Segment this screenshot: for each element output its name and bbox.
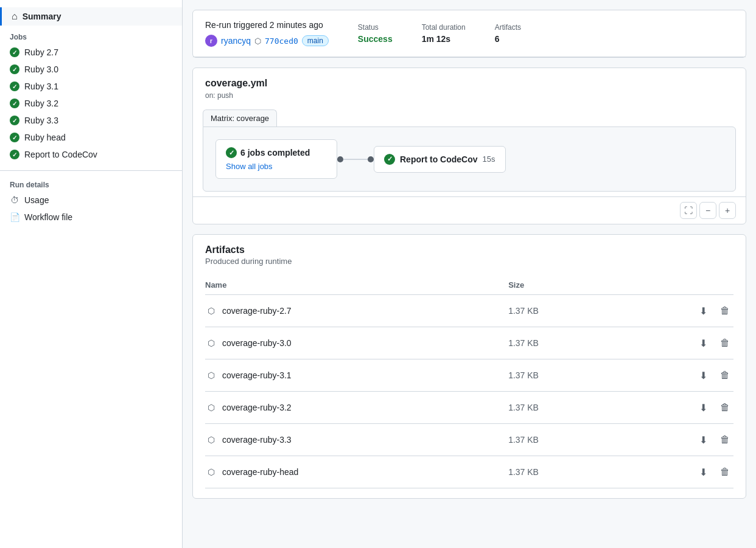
artifacts-table: Name Size ⬡ coverage-ruby-2.7 1.37 KB ⬇ … xyxy=(205,276,733,488)
run-details-section: Run details ⏱ Usage 📄 Workflow file xyxy=(0,170,182,226)
job-check-icon xyxy=(10,82,19,91)
sidebar-job-item[interactable]: Ruby 3.2 xyxy=(0,95,182,112)
job-check-icon xyxy=(10,116,19,125)
artifacts-table-body: ⬡ coverage-ruby-2.7 1.37 KB ⬇ 🗑 ⬡ covera… xyxy=(205,295,733,488)
download-button[interactable]: ⬇ xyxy=(695,335,712,352)
delete-button[interactable]: 🗑 xyxy=(716,431,733,448)
sidebar-job-item[interactable]: Ruby 3.1 xyxy=(0,78,182,95)
workflow-file-item[interactable]: 📄 Workflow file xyxy=(0,209,182,226)
zoom-in-button[interactable]: + xyxy=(719,202,736,219)
file-icon: 📄 xyxy=(10,212,19,222)
delete-button[interactable]: 🗑 xyxy=(716,399,733,416)
artifact-filename: coverage-ruby-3.3 xyxy=(222,435,292,445)
artifact-icon: ⬡ xyxy=(205,305,217,317)
download-button[interactable]: ⬇ xyxy=(695,399,712,416)
zoom-out-button[interactable]: − xyxy=(699,202,716,219)
delete-button[interactable]: 🗑 xyxy=(716,463,733,480)
diagram-controls: ⛶ − + xyxy=(193,196,746,224)
delete-button[interactable]: 🗑 xyxy=(716,302,733,319)
sidebar-job-item[interactable]: Report to CodeCov xyxy=(0,146,182,163)
col-name-header: Name xyxy=(205,276,508,295)
job-label: Ruby 3.1 xyxy=(24,82,58,91)
artifact-actions: ⬇ 🗑 xyxy=(607,463,733,480)
commit-hash[interactable]: 770ced0 xyxy=(265,36,298,46)
jobs-completed-title: 6 jobs completed xyxy=(226,147,327,158)
connector-line xyxy=(343,159,368,160)
artifact-icon: ⬡ xyxy=(205,369,217,381)
artifact-filename: coverage-ruby-3.2 xyxy=(222,403,292,412)
job-label: Ruby 3.2 xyxy=(24,99,58,108)
job-check-icon xyxy=(10,99,19,108)
artifact-actions: ⬇ 🗑 xyxy=(607,399,733,416)
report-codecov-box[interactable]: Report to CodeCov 15s xyxy=(374,146,506,173)
job-label: Ruby 3.3 xyxy=(24,116,58,125)
artifacts-table-head: Name Size xyxy=(205,276,733,295)
jobs-section-label: Jobs xyxy=(0,28,182,44)
artifacts-subtitle: Produced during runtime xyxy=(205,257,733,266)
sidebar-job-item[interactable]: Ruby 3.0 xyxy=(0,61,182,78)
artifact-filename: coverage-ruby-head xyxy=(222,467,298,477)
download-button[interactable]: ⬇ xyxy=(695,367,712,384)
artifact-filename: coverage-ruby-3.1 xyxy=(222,370,292,380)
artifact-actions: ⬇ 🗑 xyxy=(607,302,733,319)
artifact-size: 1.37 KB xyxy=(508,424,607,456)
run-header-card: Re-run triggered 2 minutes ago r ryancyq… xyxy=(192,10,746,58)
jobs-completed-box: 6 jobs completed Show all jobs xyxy=(215,139,337,179)
workflow-trigger: on: push xyxy=(205,91,733,100)
diagram-tab-row: Matrix: coverage xyxy=(203,109,736,127)
delete-button[interactable]: 🗑 xyxy=(716,367,733,384)
workflow-card-inner: coverage.yml on: push xyxy=(193,68,746,109)
commit-row: r ryancyq ⬡ 770ced0 main xyxy=(205,35,329,47)
delete-button[interactable]: 🗑 xyxy=(716,335,733,352)
artifact-name[interactable]: ⬡ coverage-ruby-3.2 xyxy=(205,401,508,414)
download-button[interactable]: ⬇ xyxy=(695,463,712,480)
sidebar-summary-item[interactable]: ⌂ Summary xyxy=(0,7,182,26)
artifacts-count: 6 xyxy=(495,34,521,44)
duration-item: Total duration 1m 12s xyxy=(422,23,466,44)
fullscreen-button[interactable]: ⛶ xyxy=(680,202,697,219)
table-row: ⬡ coverage-ruby-3.1 1.37 KB ⬇ 🗑 xyxy=(205,359,733,392)
commit-icon: ⬡ xyxy=(254,36,261,46)
main-content: Re-run triggered 2 minutes ago r ryancyq… xyxy=(183,0,756,548)
sidebar-job-item[interactable]: Ruby 2.7 xyxy=(0,44,182,61)
artifact-actions: ⬇ 🗑 xyxy=(607,431,733,448)
artifact-name[interactable]: ⬡ coverage-ruby-head xyxy=(205,466,508,478)
workflow-diagram-wrapper: Matrix: coverage 6 jobs completed Show a… xyxy=(193,109,746,196)
branch-badge[interactable]: main xyxy=(302,35,329,46)
run-header: Re-run triggered 2 minutes ago r ryancyq… xyxy=(193,10,746,57)
job-label: Report to CodeCov xyxy=(24,150,97,159)
show-all-jobs-link[interactable]: Show all jobs xyxy=(226,162,327,171)
trigger-text: Re-run triggered 2 minutes ago xyxy=(205,20,323,30)
house-icon: ⌂ xyxy=(12,11,18,22)
artifacts-card-inner: Artifacts Produced during runtime Name S… xyxy=(193,235,746,498)
artifact-icon: ⬡ xyxy=(205,466,217,478)
sidebar-job-item[interactable]: Ruby head xyxy=(0,129,182,146)
artifact-name[interactable]: ⬡ coverage-ruby-3.1 xyxy=(205,369,508,381)
table-row: ⬡ coverage-ruby-3.2 1.37 KB ⬇ 🗑 xyxy=(205,392,733,424)
table-row: ⬡ coverage-ruby-3.0 1.37 KB ⬇ 🗑 xyxy=(205,327,733,359)
artifact-actions: ⬇ 🗑 xyxy=(607,367,733,384)
workflow-filename: coverage.yml xyxy=(205,78,733,89)
report-label: Report to CodeCov xyxy=(400,154,478,164)
artifact-name[interactable]: ⬡ coverage-ruby-2.7 xyxy=(205,305,508,317)
artifact-icon: ⬡ xyxy=(205,434,217,446)
jobs-list: Ruby 2.7Ruby 3.0Ruby 3.1Ruby 3.2Ruby 3.3… xyxy=(0,44,182,163)
diagram-body: 6 jobs completed Show all jobs Report to… xyxy=(203,127,736,192)
artifact-name[interactable]: ⬡ coverage-ruby-3.0 xyxy=(205,337,508,349)
username[interactable]: ryancyq xyxy=(221,36,251,46)
artifact-size: 1.37 KB xyxy=(508,392,607,424)
artifact-name[interactable]: ⬡ coverage-ruby-3.3 xyxy=(205,434,508,446)
matrix-tab[interactable]: Matrix: coverage xyxy=(203,109,277,127)
sidebar-job-item[interactable]: Ruby 3.3 xyxy=(0,112,182,129)
artifact-size: 1.37 KB xyxy=(508,456,607,488)
duration-value: 1m 12s xyxy=(422,34,466,44)
usage-item[interactable]: ⏱ Usage xyxy=(0,192,182,209)
download-button[interactable]: ⬇ xyxy=(695,431,712,448)
trigger-info: Re-run triggered 2 minutes ago r ryancyq… xyxy=(205,20,329,47)
download-button[interactable]: ⬇ xyxy=(695,302,712,319)
connector-dot-left xyxy=(337,156,343,162)
job-label: Ruby 3.0 xyxy=(24,64,58,74)
artifact-size: 1.37 KB xyxy=(508,327,607,359)
artifact-icon: ⬡ xyxy=(205,337,217,349)
jobs-check-icon xyxy=(226,147,237,158)
